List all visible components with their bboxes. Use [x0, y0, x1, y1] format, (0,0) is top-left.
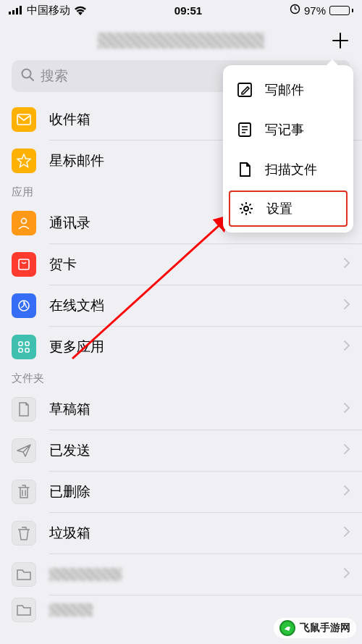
header [0, 20, 362, 60]
sidebar-item-deleted[interactable]: 已删除 [0, 472, 362, 512]
battery-icon [329, 6, 353, 15]
battery-percent-label: 97% [304, 4, 326, 17]
watermark-badge-icon [279, 620, 295, 636]
compose-label: 写邮件 [265, 81, 304, 99]
rotation-lock-icon [290, 4, 300, 17]
svg-rect-13 [25, 348, 29, 352]
chevron-right-icon [343, 567, 350, 582]
svg-point-16 [244, 206, 248, 211]
clock-label: 09:51 [174, 4, 202, 17]
scan-label: 扫描文件 [265, 161, 317, 178]
chevron-right-icon [343, 340, 350, 354]
section-header-folders: 文件夹 [0, 367, 362, 389]
search-icon [20, 67, 35, 85]
folder-icon [12, 562, 36, 587]
sidebar-item-sent[interactable]: 已发送 [0, 430, 362, 471]
custom-folder-label-blurred [49, 568, 122, 581]
doc-label: 在线文档 [49, 296, 343, 315]
sidebar-item-custom-1[interactable] [0, 554, 362, 595]
note-icon [236, 121, 253, 138]
mail-icon [12, 107, 36, 132]
folder-icon [12, 598, 36, 622]
more-apps-icon [12, 335, 36, 359]
sent-icon [12, 438, 36, 463]
card-label: 贺卡 [49, 255, 343, 274]
status-bar: 中国移动 09:51 97% [0, 0, 362, 20]
doc-icon [12, 293, 36, 318]
custom-folder-label-blurred [49, 603, 93, 616]
dropdown-menu: 写邮件 写记事 扫描文件 设置 [223, 65, 353, 233]
card-icon [12, 252, 36, 277]
sidebar-item-more[interactable]: 更多应用 [0, 327, 362, 367]
scan-icon [236, 161, 253, 178]
svg-rect-8 [19, 259, 29, 269]
carrier-label: 中国移动 [27, 4, 70, 17]
gear-icon [237, 200, 255, 217]
watermark-text: 飞鼠手游网 [300, 622, 350, 635]
search-placeholder: 搜索 [41, 67, 68, 85]
sent-label: 已发送 [49, 441, 343, 460]
drafts-icon [12, 397, 36, 422]
deleted-label: 已删除 [49, 482, 343, 501]
chevron-right-icon [343, 443, 350, 458]
drafts-label: 草稿箱 [49, 400, 343, 419]
wifi-icon [74, 6, 87, 15]
menu-item-settings[interactable]: 设置 [229, 191, 348, 227]
trash-icon [12, 521, 36, 545]
chevron-right-icon [343, 526, 350, 540]
settings-label: 设置 [266, 200, 292, 217]
star-icon [12, 149, 36, 173]
signal-icon [9, 6, 23, 14]
sidebar-item-doc[interactable]: 在线文档 [0, 285, 362, 326]
header-title-blurred [98, 33, 264, 49]
sidebar-item-trash[interactable]: 垃圾箱 [0, 513, 362, 553]
contacts-icon [12, 211, 36, 235]
add-button[interactable] [330, 30, 350, 51]
svg-rect-0 [9, 12, 11, 14]
svg-rect-10 [19, 342, 22, 346]
svg-point-7 [22, 219, 27, 224]
compose-icon [236, 81, 253, 99]
trash-label: 垃圾箱 [49, 524, 343, 543]
note-label: 写记事 [265, 121, 304, 138]
menu-item-note[interactable]: 写记事 [223, 109, 353, 149]
chevron-right-icon [343, 485, 350, 499]
chevron-right-icon [343, 257, 350, 272]
svg-rect-1 [12, 10, 14, 14]
svg-rect-2 [16, 8, 18, 14]
more-apps-label: 更多应用 [49, 338, 343, 356]
menu-item-scan[interactable]: 扫描文件 [223, 149, 353, 189]
deleted-icon [12, 480, 36, 504]
menu-item-compose[interactable]: 写邮件 [223, 70, 353, 109]
svg-rect-11 [25, 342, 29, 346]
svg-rect-3 [20, 6, 22, 14]
svg-rect-12 [19, 348, 22, 352]
chevron-right-icon [343, 402, 350, 417]
sidebar-item-drafts[interactable]: 草稿箱 [0, 389, 362, 430]
chevron-right-icon [343, 298, 350, 313]
sidebar-item-card[interactable]: 贺卡 [0, 244, 362, 285]
watermark: 飞鼠手游网 [274, 618, 356, 638]
